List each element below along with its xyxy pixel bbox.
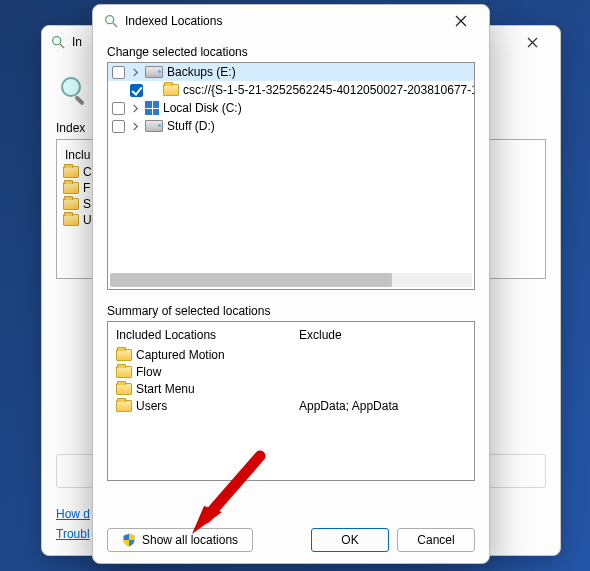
- svg-point-2: [62, 78, 80, 96]
- expand-spacer: [147, 84, 159, 96]
- dialog-title: Indexed Locations: [125, 14, 222, 28]
- cancel-button[interactable]: Cancel: [397, 528, 475, 552]
- parent-close-button[interactable]: [512, 28, 552, 56]
- svg-line-1: [60, 44, 64, 48]
- close-button[interactable]: [443, 8, 479, 34]
- folder-icon: [116, 400, 132, 412]
- change-locations-label: Change selected locations: [107, 45, 475, 59]
- summary-box: Included Locations Captured MotionFlowSt…: [107, 321, 475, 481]
- included-column: Included Locations Captured MotionFlowSt…: [108, 322, 291, 480]
- tree-checkbox[interactable]: [112, 102, 125, 115]
- parent-links: How d Troubl: [56, 501, 90, 541]
- close-icon: [455, 15, 467, 27]
- svg-line-5: [113, 23, 117, 27]
- parent-link-1[interactable]: How d: [56, 507, 90, 521]
- expand-icon[interactable]: [129, 120, 141, 132]
- folder-icon: [116, 349, 132, 361]
- exclude-column: Exclude AppData; AppData: [291, 322, 474, 480]
- tree-row[interactable]: Backups (E:): [108, 63, 475, 81]
- tree-horizontal-scrollbar[interactable]: [110, 273, 472, 287]
- indexed-locations-dialog: Indexed Locations Change selected locati…: [92, 4, 490, 564]
- tree-checkbox[interactable]: [130, 84, 143, 97]
- included-row: Users: [116, 397, 283, 414]
- uac-shield-icon: [122, 533, 136, 547]
- exclude-header: Exclude: [299, 328, 466, 342]
- exclude-row: [299, 363, 466, 380]
- show-all-locations-button[interactable]: Show all locations: [107, 528, 253, 552]
- close-icon: [527, 37, 538, 48]
- exclude-row: [299, 346, 466, 363]
- included-row: Start Menu: [116, 380, 283, 397]
- tree-label: Local Disk (C:): [163, 101, 242, 115]
- expand-icon[interactable]: [129, 102, 141, 114]
- tree-row[interactable]: Stuff (D:): [108, 117, 475, 135]
- drive-icon: [145, 66, 163, 78]
- included-row: Captured Motion: [116, 346, 283, 363]
- scrollbar-thumb[interactable]: [110, 273, 392, 287]
- windows-drive-icon: [145, 101, 159, 115]
- included-header: Included Locations: [116, 328, 283, 342]
- exclude-row: [299, 380, 466, 397]
- tree-checkbox[interactable]: [112, 66, 125, 79]
- folder-icon: [63, 198, 79, 210]
- dialog-titlebar: Indexed Locations: [93, 5, 489, 37]
- summary-label: Summary of selected locations: [107, 304, 475, 318]
- folder-icon: [63, 214, 79, 226]
- locations-tree[interactable]: Backups (E:)csc://{S-1-5-21-3252562245-4…: [107, 62, 475, 290]
- svg-point-4: [106, 16, 114, 24]
- show-all-locations-label: Show all locations: [142, 533, 238, 547]
- tree-label: Backups (E:): [167, 65, 236, 79]
- folder-icon: [63, 182, 79, 194]
- svg-point-0: [53, 37, 61, 45]
- folder-icon: [163, 84, 179, 96]
- tree-checkbox[interactable]: [112, 120, 125, 133]
- search-options-icon: [50, 34, 66, 50]
- parent-title: In: [72, 35, 82, 49]
- tree-row[interactable]: Local Disk (C:): [108, 99, 475, 117]
- folder-icon: [116, 366, 132, 378]
- included-row: Flow: [116, 363, 283, 380]
- magnifier-icon: [58, 74, 90, 106]
- exclude-row: AppData; AppData: [299, 397, 466, 414]
- expand-icon[interactable]: [129, 66, 141, 78]
- parent-link-2[interactable]: Troubl: [56, 527, 90, 541]
- tree-row[interactable]: csc://{S-1-5-21-3252562245-4012050027-20…: [108, 81, 475, 99]
- ok-button[interactable]: OK: [311, 528, 389, 552]
- svg-rect-3: [74, 95, 85, 106]
- tree-label: Stuff (D:): [167, 119, 215, 133]
- folder-icon: [116, 383, 132, 395]
- dialog-footer: Show all locations OK Cancel: [93, 517, 489, 563]
- tree-label: csc://{S-1-5-21-3252562245-4012050027-20…: [183, 83, 475, 97]
- drive-icon: [145, 120, 163, 132]
- folder-icon: [63, 166, 79, 178]
- search-options-icon: [103, 13, 119, 29]
